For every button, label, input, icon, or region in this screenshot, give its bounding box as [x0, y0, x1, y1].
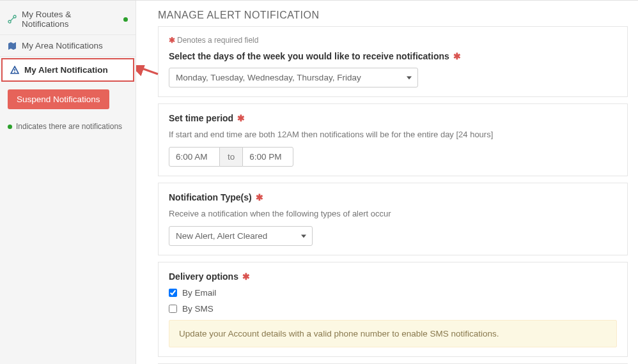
- page-title: MANAGE ALERT NOTIFICATION: [158, 10, 628, 21]
- chevron-down-icon: [407, 76, 412, 79]
- suspend-notifications-button[interactable]: Suspend Notifications: [8, 89, 109, 109]
- types-helper: Receive a notification when the followin…: [169, 209, 617, 218]
- asterisk-icon: ✱: [242, 271, 250, 282]
- delivery-sms-row: By SMS: [169, 304, 617, 314]
- map-icon: [8, 42, 17, 50]
- sidebar-item-label: My Area Notifications: [22, 41, 103, 50]
- legend-text: Indicates there are notifications: [16, 122, 122, 131]
- chevron-down-icon: [301, 234, 306, 238]
- time-helper: If start and end time are both 12AM then…: [169, 130, 617, 139]
- legend: Indicates there are notifications: [0, 116, 136, 137]
- delivery-email-label[interactable]: By Email: [182, 288, 216, 298]
- delivery-label: Delivery options ✱: [169, 271, 617, 282]
- time-to-label: to: [220, 147, 242, 167]
- svg-point-1: [13, 15, 16, 18]
- days-label: Select the days of the week you would li…: [169, 51, 617, 61]
- required-note: ✱Denotes a required field: [169, 36, 617, 45]
- panel-time: Set time period ✱ If start and end time …: [158, 103, 628, 176]
- asterisk-icon: ✱: [169, 36, 175, 45]
- sidebar-item-alert[interactable]: My Alert Notification: [1, 58, 134, 82]
- types-select[interactable]: New Alert, Alert Cleared: [169, 226, 313, 246]
- legend-dot-icon: [8, 125, 12, 129]
- panel-types: Notification Type(s) ✱ Receive a notific…: [158, 183, 628, 255]
- delivery-email-row: By Email: [169, 288, 617, 298]
- sms-note: Update your Account details with a valid…: [169, 320, 617, 347]
- sidebar-item-label: My Routes & Notifications: [22, 10, 120, 29]
- svg-point-3: [14, 72, 15, 73]
- types-label: Notification Type(s) ✱: [169, 192, 617, 202]
- panel-delivery: Delivery options ✱ By Email By SMS Updat…: [158, 262, 628, 357]
- panel-days: ✱Denotes a required field Select the day…: [158, 26, 628, 97]
- time-range: to: [169, 147, 617, 167]
- route-icon: [8, 15, 17, 24]
- notification-dot-icon: [123, 17, 128, 22]
- asterisk-icon: ✱: [453, 51, 461, 61]
- asterisk-icon: ✱: [256, 192, 263, 202]
- asterisk-icon: ✱: [237, 113, 245, 123]
- svg-point-0: [8, 20, 11, 23]
- sidebar-item-area[interactable]: My Area Notifications: [0, 35, 136, 57]
- sidebar-item-label: My Alert Notification: [24, 65, 108, 75]
- time-start-input[interactable]: [169, 147, 220, 167]
- delivery-sms-checkbox[interactable]: [169, 305, 177, 313]
- delivery-email-checkbox[interactable]: [169, 289, 177, 297]
- time-label: Set time period ✱: [169, 113, 617, 123]
- sidebar-item-routes[interactable]: My Routes & Notifications: [0, 4, 136, 35]
- days-select[interactable]: Monday, Tuesday, Wednesday, Thursday, Fr…: [169, 68, 418, 87]
- sidebar: My Routes & Notifications My Area Notifi…: [0, 1, 136, 364]
- delivery-sms-label[interactable]: By SMS: [182, 304, 214, 314]
- main-content: MANAGE ALERT NOTIFICATION ✱Denotes a req…: [136, 1, 638, 364]
- warning-triangle-icon: [10, 66, 19, 75]
- time-end-input[interactable]: [242, 147, 293, 167]
